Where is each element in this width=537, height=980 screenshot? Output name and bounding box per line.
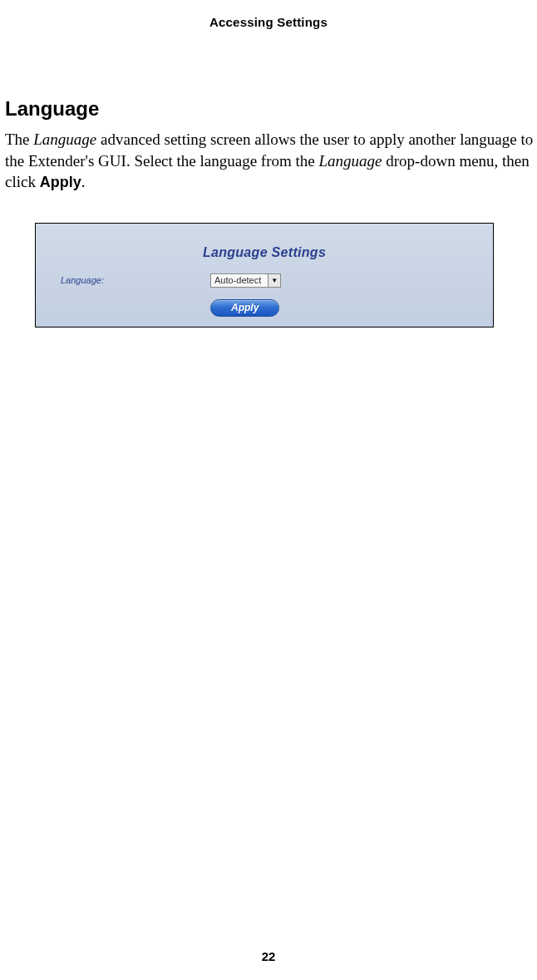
language-select[interactable]: Auto-detect ▼ bbox=[210, 273, 281, 288]
panel-title: Language Settings bbox=[36, 224, 493, 273]
text-emphasis-language: Language bbox=[319, 152, 382, 170]
section-heading-language: Language bbox=[5, 97, 537, 121]
button-row: Apply bbox=[36, 299, 493, 317]
language-settings-panel: Language Settings Language: Auto-detect … bbox=[35, 223, 494, 327]
page-header: Accessing Settings bbox=[0, 0, 537, 29]
language-select-value: Auto-detect bbox=[214, 275, 268, 285]
text-bold-apply: Apply bbox=[40, 174, 81, 190]
page-number: 22 bbox=[0, 949, 537, 963]
language-label: Language: bbox=[61, 275, 210, 285]
apply-button[interactable]: Apply bbox=[210, 299, 279, 317]
text-emphasis-language: Language bbox=[33, 131, 96, 148]
form-row-language: Language: Auto-detect ▼ bbox=[36, 273, 493, 288]
section-body-text: The Language advanced setting screen all… bbox=[5, 129, 535, 193]
text-fragment: . bbox=[81, 173, 86, 190]
text-fragment: The bbox=[5, 131, 33, 148]
chevron-down-icon: ▼ bbox=[268, 274, 280, 287]
settings-panel-wrapper: Language Settings Language: Auto-detect … bbox=[35, 223, 517, 327]
